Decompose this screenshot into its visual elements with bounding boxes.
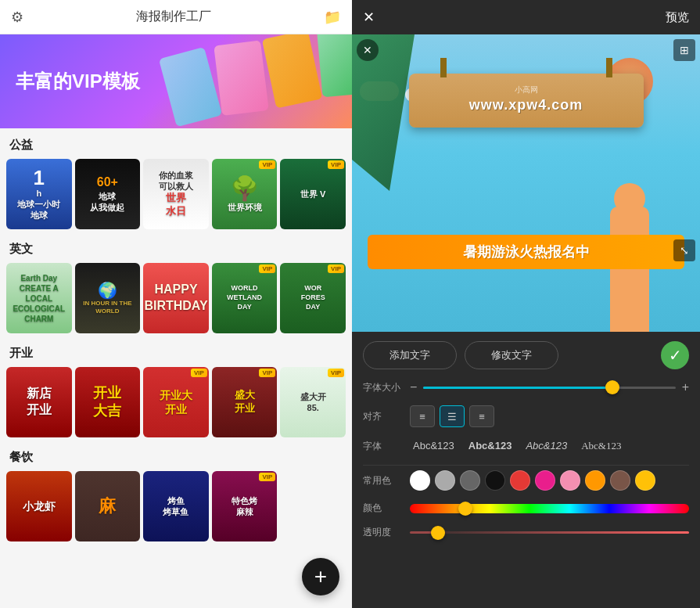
scroll-content: 公益 1 h地球一小时地球 60+ 地球从我做起 你的血浆可以救人 世界水日 V… [0, 128, 352, 608]
preview-header: ✕ 预览 [352, 0, 700, 34]
resize-icon: ⤡ [680, 244, 689, 257]
mini-card-2 [214, 40, 269, 116]
template-forest[interactable]: VIP WORFORESDAY [280, 263, 346, 333]
color-gradient-track[interactable] [410, 504, 689, 513]
template-bbq-fish[interactable]: 烤鱼烤草鱼 [143, 471, 209, 541]
template-world[interactable]: VIP 世界 V [280, 159, 346, 229]
swatch-black[interactable] [485, 470, 505, 491]
mini-card-1 [159, 47, 222, 127]
section-title-english: 英文 [0, 232, 352, 263]
app-header: ⚙ 海报制作工厂 📁 [0, 0, 352, 34]
template-60plus[interactable]: 60+ 地球从我做起 [75, 159, 141, 229]
swatch-pink-light[interactable] [560, 470, 580, 491]
plus-icon: + [314, 566, 327, 588]
transparency-thumb[interactable] [431, 526, 445, 540]
font-option-normal[interactable]: Abc&123 [410, 438, 458, 454]
figure-torso [610, 207, 649, 332]
canvas-close-icon: ✕ [363, 44, 372, 56]
swatch-orange[interactable] [585, 470, 605, 491]
confirm-button[interactable]: ✓ [661, 341, 689, 369]
vip-badge: VIP [259, 160, 275, 169]
swatch-pink[interactable] [535, 470, 555, 491]
template-tree[interactable]: VIP 🌳 世界环境 [212, 159, 278, 229]
mini-card-3 [262, 34, 322, 109]
vip-badge-8: VIP [259, 473, 275, 481]
folder-icon[interactable]: 📁 [324, 9, 341, 26]
section-title-public: 公益 [0, 128, 352, 159]
align-right-icon: ≡ [479, 411, 485, 423]
align-buttons: ≡ ☰ ≡ [410, 405, 494, 427]
template-birthday[interactable]: HAPPYBIRTHDAY [143, 263, 209, 333]
section-title-opening: 开业 [0, 336, 352, 367]
font-label: 字体 [363, 440, 402, 453]
vip-banner[interactable]: 丰富的VIP模板 [0, 34, 352, 128]
right-panel: ✕ 预览 小高网 [352, 0, 700, 608]
swatch-white[interactable] [410, 470, 430, 491]
font-size-slider-container: − + [410, 380, 689, 394]
font-size-thumb[interactable] [605, 380, 619, 394]
font-size-decrease[interactable]: − [410, 380, 417, 394]
preview-title: 预览 [666, 10, 689, 25]
add-fab-button[interactable]: + [302, 558, 339, 595]
canvas-close-button[interactable]: ✕ [357, 39, 379, 61]
add-text-button[interactable]: 添加文字 [363, 341, 457, 369]
wooden-sign[interactable]: 小高网 www.xpw4.com [409, 74, 644, 128]
template-kaiye[interactable]: 开业大吉 [75, 367, 141, 437]
swatch-gray[interactable] [460, 470, 480, 491]
font-option-bold[interactable]: Abc&123 [465, 438, 515, 454]
color-slider-container [410, 504, 689, 513]
swatch-red[interactable] [510, 470, 530, 491]
template-gold-globe[interactable]: 🌍 IN HOUR IN THE WORLD [75, 263, 141, 333]
font-size-increase[interactable]: + [682, 380, 689, 394]
settings-icon[interactable]: ⚙ [11, 9, 23, 26]
vip-badge-4: VIP [328, 264, 344, 273]
canvas-expand-button[interactable]: ⊞ [673, 39, 695, 61]
template-grid-opening: 新店开业 开业大吉 VIP 开业大开业 VIP 盛大开业 VIP 盛大开85. [0, 367, 352, 441]
template-grid-dining: 小龙虾 麻 烤鱼烤草鱼 VIP 特色烤麻辣 [0, 471, 352, 545]
align-right-button[interactable]: ≡ [469, 405, 494, 427]
template-grand[interactable]: VIP 开业大开业 [143, 367, 209, 437]
align-left-icon: ≡ [419, 411, 425, 423]
template-earth-day[interactable]: Earth DayCREATE A LOCALECOLOGICAL CHARM [6, 263, 72, 333]
vip-badge-5: VIP [191, 369, 207, 377]
canvas-resize-button[interactable]: ⤡ [673, 239, 695, 261]
swatch-brown[interactable] [610, 470, 630, 491]
font-size-track[interactable] [423, 387, 675, 389]
font-option-serif[interactable]: Abc&123 [578, 438, 624, 454]
transparency-track[interactable] [410, 531, 689, 534]
expand-icon: ⊞ [680, 44, 689, 56]
swatch-yellow[interactable] [635, 470, 655, 491]
common-color-label: 常用色 [363, 474, 402, 487]
template-new-shop[interactable]: 新店开业 [6, 367, 72, 437]
section-title-dining: 餐饮 [0, 441, 352, 471]
align-left-button[interactable]: ≡ [410, 405, 435, 427]
text-actions: 添加文字 修改文字 ✓ [363, 341, 689, 369]
edit-text-button[interactable]: 修改文字 [465, 341, 558, 369]
template-1h[interactable]: 1 h地球一小时地球 [6, 159, 72, 229]
template-special-grill[interactable]: VIP 特色烤麻辣 [212, 471, 278, 541]
vip-banner-text: 丰富的VIP模板 [16, 69, 140, 94]
close-button[interactable]: ✕ [363, 9, 375, 26]
template-lobster[interactable]: 小龙虾 [6, 471, 72, 541]
vip-badge-2: VIP [328, 160, 344, 169]
font-row: 字体 Abc&123 Abc&123 Abc&123 Abc&123 [363, 438, 689, 454]
site-url: www.xpw4.com [422, 97, 631, 113]
banner-text: 暑期游泳火热报名中 [379, 243, 673, 261]
orange-banner[interactable]: 暑期游泳火热报名中 [368, 235, 684, 269]
canvas-preview: 小高网 www.xpw4.com 暑期游泳火热报名中 ✕ ⊞ ⤡ [352, 34, 700, 332]
template-blood[interactable]: 你的血浆可以救人 世界水日 [143, 159, 209, 229]
transparency-slider-container [410, 531, 689, 534]
swatch-gray-light[interactable] [435, 470, 455, 491]
font-option-italic[interactable]: Abc&123 [522, 438, 570, 454]
color-thumb[interactable] [458, 502, 472, 516]
template-wetland[interactable]: VIP WORLDWETLANDDAY [212, 263, 278, 333]
template-shengda[interactable]: VIP 盛大开业 [212, 367, 278, 437]
font-size-row: 字体大小 − + [363, 380, 689, 394]
transparency-row: 透明度 [363, 526, 689, 539]
template-hemp[interactable]: 麻 [75, 471, 141, 541]
template-special[interactable]: VIP 盛大开85. [280, 367, 346, 437]
align-center-button[interactable]: ☰ [440, 405, 465, 427]
template-grid-english: Earth DayCREATE A LOCALECOLOGICAL CHARM … [0, 263, 352, 336]
vip-badge-7: VIP [328, 369, 344, 377]
align-label: 对齐 [363, 410, 402, 423]
